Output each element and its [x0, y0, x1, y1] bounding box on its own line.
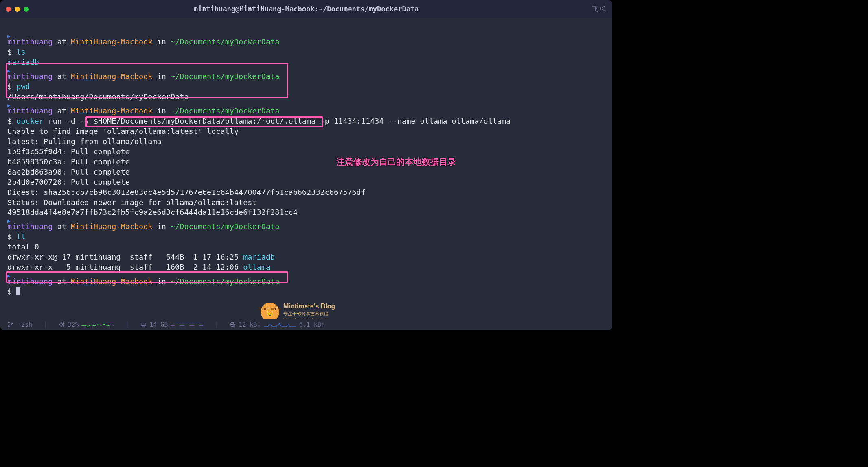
svg-rect-4 [61, 324, 63, 325]
pwd-output: /Users/mintihuang/Documents/myDockerData [7, 92, 189, 101]
ll-dir-name: mariadb [243, 253, 275, 261]
cursor-icon [16, 287, 20, 295]
svg-rect-5 [141, 323, 146, 326]
docker-output-line: 2b4d0e700720: Pull complete [7, 178, 130, 186]
prompt-arrow-icon: ▶ [7, 218, 605, 222]
docker-output-line: Status: Downloaded newer image for ollam… [7, 198, 257, 207]
docker-output-line: latest: Pulling from ollama/ollama [7, 137, 162, 146]
prompt-arrow-icon: ▶ [7, 102, 605, 106]
prompt-arrow-icon: ▶ [7, 273, 605, 277]
docker-output-line: Digest: sha256:cb7cb98c3012e83dc4e5d5717… [7, 188, 366, 196]
svg-point-2 [11, 323, 13, 324]
window-title: mintihuang@MintiHuang-Macbook:~/Document… [0, 4, 612, 14]
ll-row: drwxr-xr-x@ 17 mintihuang staff 544B 1 1… [7, 253, 243, 261]
cpu-icon [59, 321, 65, 329]
prompt-user: mintihuang [7, 37, 53, 46]
terminal-window: mintihuang@MintiHuang-Macbook:~/Document… [0, 0, 612, 330]
close-icon[interactable] [6, 7, 11, 12]
svg-point-0 [8, 322, 9, 323]
window-shortcut-hint: 飞⌘1 [592, 4, 607, 13]
net-chart-icon [264, 322, 296, 327]
docker-output-line: b48598350c3a: Pull complete [7, 157, 130, 166]
network-icon [230, 321, 236, 329]
minimize-icon[interactable] [15, 7, 20, 12]
prompt-path: ~/Documents/myDockerData [171, 37, 279, 46]
prompt-arrow-icon: ▶ [7, 68, 605, 72]
docker-volume-arg: $HOME/Documents/myDockerData/ollama:/roo… [94, 117, 316, 125]
mem-chart-icon [171, 322, 203, 327]
cpu-chart-icon [81, 322, 114, 327]
terminal-body[interactable]: ▶mintihuang at MintiHuang-Macbook in ~/D… [0, 18, 612, 307]
command-ll: ll [16, 232, 25, 241]
command-pwd: pwd [16, 82, 30, 91]
prompt-host: MintiHuang-Macbook [71, 37, 152, 46]
memory-icon [140, 321, 147, 329]
watermark-subtitle: 专注于你分享技术教程 [283, 311, 335, 317]
command-docker: docker [16, 117, 44, 125]
command-ls: ls [16, 48, 25, 56]
status-memory: 14 GB [149, 321, 168, 329]
docker-output-line: 8ac2bd863a98: Pull complete [7, 168, 130, 176]
status-net-down: 12 kB↓ [239, 321, 261, 329]
status-shell: -zsh [18, 321, 32, 329]
maximize-icon[interactable] [24, 7, 29, 12]
docker-output-line: 49518dda4f4e8e7a7ffb73c2fb5fc9a2e6d3cf64… [7, 208, 298, 216]
titlebar: mintihuang@MintiHuang-Macbook:~/Document… [0, 0, 612, 18]
prompt-arrow-icon: ▶ [7, 33, 605, 37]
ll-dir-name: ollama [243, 263, 270, 271]
ll-row: drwxr-xr-x 5 mintihuang staff 160B 2 14 … [7, 263, 243, 271]
status-cpu: 32% [68, 321, 79, 329]
ll-total: total 0 [7, 242, 39, 251]
ls-output: mariadb [7, 58, 39, 66]
status-net-up: 6.1 kB↑ [299, 321, 325, 329]
statusbar: -zsh | 32% | 14 GB [0, 319, 612, 330]
docker-output-line: 1b9f3c55f9d4: Pull complete [7, 147, 130, 156]
svg-rect-3 [60, 323, 64, 326]
docker-output-line: Unable to find image 'ollama/ollama:late… [7, 127, 239, 135]
traffic-lights [6, 7, 29, 12]
svg-point-1 [8, 326, 9, 327]
branch-icon [7, 321, 13, 329]
